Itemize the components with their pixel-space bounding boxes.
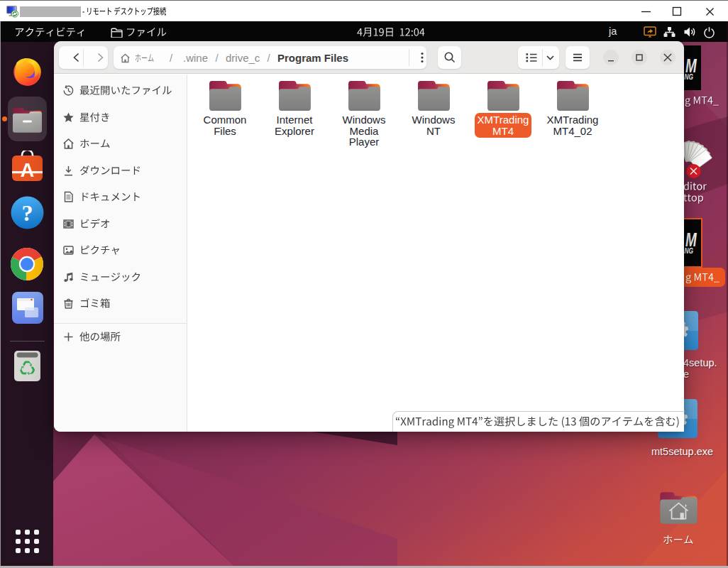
svg-text:NG: NG: [685, 246, 694, 255]
svg-text:?: ?: [22, 200, 33, 226]
svg-text:NG: NG: [685, 72, 694, 81]
svg-text:A: A: [21, 160, 35, 181]
